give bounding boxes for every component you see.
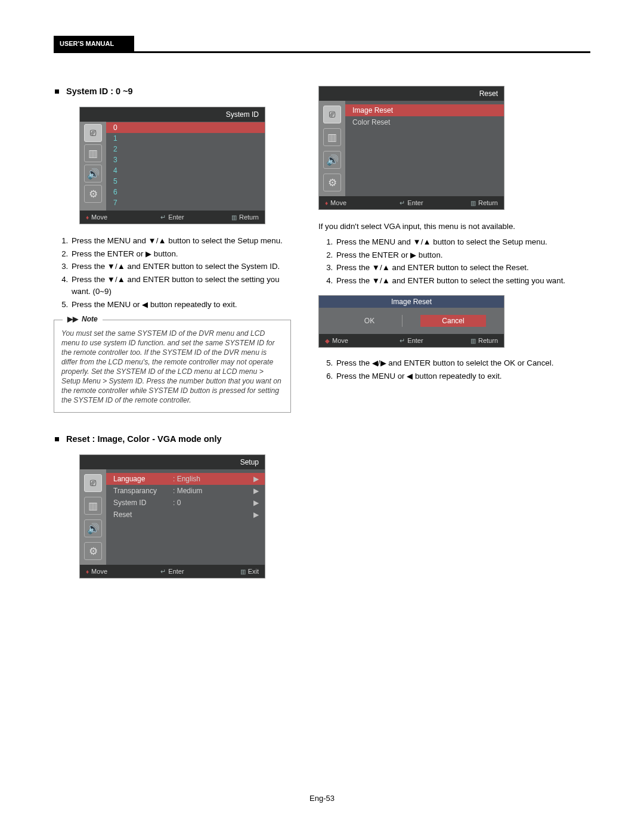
enter-icon: ↵	[160, 568, 166, 576]
step: Press the ENTER or ▶ button.	[70, 248, 291, 261]
page-number: Eng-53	[0, 794, 644, 803]
sound-icon[interactable]: 🔊	[323, 151, 341, 169]
osd-foot: ♦Move ↵Enter ▥Return	[80, 211, 265, 224]
chevron-right-icon: ▶	[253, 475, 259, 483]
updown-icon: ♦	[86, 568, 89, 575]
screen-icon[interactable]: ▥	[323, 128, 341, 146]
sound-icon[interactable]: 🔊	[84, 519, 102, 537]
osd-content: Image Reset Color Reset	[345, 101, 504, 196]
exit-icon: ▥	[240, 568, 246, 575]
header-rule	[54, 51, 590, 53]
enter-icon: ↵	[160, 214, 166, 221]
gear-icon[interactable]: ⚙	[323, 174, 341, 191]
reset-unavailable-text: If you didn't select VGA input, this men…	[318, 221, 590, 233]
chevron-right-icon: ▶	[253, 487, 259, 495]
step: Press the ▼/▲ and ENTER button to select…	[335, 275, 590, 287]
updown-icon: ♦	[325, 200, 328, 206]
step: Press the ◀/▶ and ENTER button to selelc…	[335, 357, 590, 370]
leftright-icon: ◆	[325, 338, 330, 344]
steps-reset-b: Press the ◀/▶ and ENTER button to selelc…	[318, 357, 590, 382]
header-tab: USER'S MANUAL	[54, 36, 134, 51]
step: Press the MENU and ▼/▲ button to select …	[70, 235, 291, 247]
bullet-icon	[55, 437, 59, 441]
gear-icon[interactable]: ⚙	[84, 185, 102, 203]
screen-icon[interactable]: ▥	[84, 144, 102, 162]
return-icon: ▥	[231, 214, 237, 221]
osd-icon-col: ⎚ ▥ 🔊 ⚙	[80, 122, 106, 211]
header-bar: USER'S MANUAL	[54, 36, 590, 56]
picture-icon[interactable]: ⎚	[84, 124, 102, 142]
osd-title: System ID	[80, 107, 265, 122]
osd-title: Setup	[80, 455, 265, 469]
osd-system-id: System ID ⎚ ▥ 🔊 ⚙ 0 1 2 3 4 5	[79, 107, 265, 224]
step: Press the MENU and ▼/▲ button to select …	[335, 236, 590, 249]
osd-icon-col: ⎚ ▥ 🔊 ⚙	[319, 101, 345, 196]
step: Press the ▼/▲ and ENTER button to select…	[70, 261, 291, 273]
osd-image-reset-confirm: Image Reset OK Cancel ◆Move ↵Enter ▥Retu…	[318, 295, 504, 348]
steps-system-id: Press the MENU and ▼/▲ button to select …	[54, 235, 291, 311]
chevron-right-icon: ▶	[253, 499, 259, 507]
osd-foot: ◆Move ↵Enter ▥Return	[319, 334, 504, 347]
picture-icon[interactable]: ⎚	[323, 106, 341, 123]
osd-content: Language: English▶ Transparancy: Medium▶…	[106, 469, 265, 565]
bullet-icon	[55, 89, 59, 94]
section-title-system-id: System ID : 0 ~9	[55, 86, 291, 96]
confirm-title: Image Reset	[319, 296, 504, 308]
osd-content: 0 1 2 3 4 5 6 7	[106, 122, 265, 211]
return-icon: ▥	[470, 338, 476, 344]
enter-icon: ↵	[400, 337, 405, 345]
picture-icon[interactable]: ⎚	[84, 474, 102, 492]
section-title-text: Reset : Image, Color - VGA mode only	[66, 434, 222, 444]
step: Press the MENU or ◀ button repeatedly to…	[70, 299, 291, 311]
osd-title: Reset	[319, 86, 504, 101]
note-text: You must set the same SYSTEM ID of the D…	[61, 329, 281, 405]
osd-foot: ♦Move ↵Enter ▥Return	[319, 196, 504, 209]
gear-icon[interactable]: ⚙	[84, 542, 102, 560]
steps-reset-a: Press the MENU and ▼/▲ button to select …	[318, 236, 590, 287]
return-icon: ▥	[470, 200, 476, 206]
ok-button[interactable]: OK	[337, 315, 402, 327]
osd-icon-col: ⎚ ▥ 🔊 ⚙	[80, 469, 106, 565]
step: Press the ENTER or ▶ button.	[335, 249, 590, 262]
osd-reset: Reset ⎚ ▥ 🔊 ⚙ Image Reset Color Reset ♦M…	[318, 86, 504, 210]
enter-icon: ↵	[400, 199, 405, 207]
step: Press the MENU or ◀ button repeatedly to…	[335, 370, 590, 383]
section-title-text: System ID : 0 ~9	[66, 86, 133, 96]
updown-icon: ♦	[86, 214, 89, 221]
screen-icon[interactable]: ▥	[84, 497, 102, 515]
note-box: ▶▶ Note You must set the same SYSTEM ID …	[54, 320, 291, 413]
sound-icon[interactable]: 🔊	[84, 165, 102, 182]
section-title-reset: Reset : Image, Color - VGA mode only	[55, 434, 291, 444]
note-tag: ▶▶ Note	[63, 315, 103, 324]
osd-foot: ♦Move ↵Enter ▥Exit	[80, 565, 265, 578]
note-arrow-icon: ▶▶	[67, 315, 78, 324]
osd-setup: Setup ⎚ ▥ 🔊 ⚙ Language: English▶ Transpa…	[79, 454, 265, 578]
step: Press the ▼/▲ and ENTER button to select…	[70, 274, 291, 298]
step: Press the ▼/▲ and ENTER button to select…	[335, 262, 590, 274]
cancel-button[interactable]: Cancel	[420, 315, 486, 327]
chevron-right-icon: ▶	[253, 510, 259, 519]
